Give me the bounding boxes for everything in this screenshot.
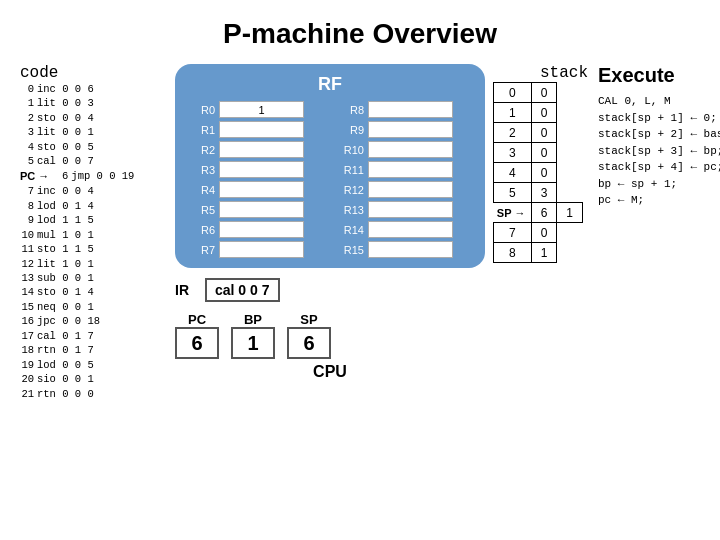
code-line-number: 20: [20, 372, 34, 386]
code-section: code 0inc 0 0 61lit 0 0 32sto 0 0 43lit …: [20, 64, 175, 401]
code-row: 1lit 0 0 3: [20, 96, 175, 110]
rf-reg-label: R11: [338, 164, 364, 176]
ir-row: IR cal 0 0 7: [175, 278, 485, 302]
ir-label: IR: [175, 282, 199, 298]
bp-col: BP 1: [231, 312, 275, 359]
cpu-section: RF R01R8R1R9R2R10R3R11R4R12R5R13R6R14R7R…: [175, 64, 485, 401]
execute-line: stack[sp + 3] ← bp;: [598, 143, 720, 160]
code-row: 0inc 0 0 6: [20, 82, 175, 96]
code-row: 10mul 1 0 1: [20, 228, 175, 242]
execute-line: stack[sp + 4] ← pc;: [598, 159, 720, 176]
rf-row-left: R01: [189, 101, 322, 118]
code-line-number: 5: [20, 154, 34, 168]
code-row: 8lod 0 1 4: [20, 199, 175, 213]
stack-value: 0: [531, 83, 557, 103]
code-line-number: 16: [20, 314, 34, 328]
rf-reg-label: R7: [189, 244, 215, 256]
sp-col-label: SP: [300, 312, 317, 327]
rf-reg-label: R5: [189, 204, 215, 216]
stack-section: stack 001020304053SP →617081: [493, 64, 588, 401]
sp-col: SP 6: [287, 312, 331, 359]
rf-row-right: R8: [338, 101, 471, 118]
stack-value: 1: [557, 203, 583, 223]
stack-index: 1: [494, 103, 532, 123]
code-line-number: 0: [20, 82, 34, 96]
stack-row: SP →61: [494, 203, 583, 223]
rf-reg-label: R15: [338, 244, 364, 256]
rf-row-left: R5: [189, 201, 322, 218]
stack-value: 1: [531, 243, 557, 263]
pcbpsp-row: PC 6 BP 1 SP 6: [175, 312, 485, 359]
stack-rows: 001020304053SP →617081: [493, 82, 583, 263]
code-instruction: inc 0 0 6: [37, 82, 137, 96]
stack-row: 40: [494, 163, 583, 183]
code-line-number: 14: [20, 285, 34, 299]
stack-row: 81: [494, 243, 583, 263]
code-instruction: sto 1 1 5: [37, 242, 137, 256]
page-title: P-machine Overview: [0, 0, 720, 60]
code-instruction: lit 0 0 3: [37, 96, 137, 110]
code-line-number: 1: [20, 96, 34, 110]
code-row: PC →6jmp 0 0 19: [20, 169, 175, 184]
rf-reg-box: [219, 201, 304, 218]
code-instruction: sto 0 0 4: [37, 111, 137, 125]
code-row: 12lit 1 0 1: [20, 257, 175, 271]
stack-row: 30: [494, 143, 583, 163]
execute-line: stack[sp + 1] ← 0;: [598, 110, 720, 127]
code-instruction: lit 1 0 1: [37, 257, 137, 271]
rf-reg-label: R4: [189, 184, 215, 196]
rf-reg-label: R10: [338, 144, 364, 156]
code-row: 19lod 0 0 5: [20, 358, 175, 372]
rf-reg-box: [368, 161, 453, 178]
code-line-number: 18: [20, 343, 34, 357]
code-row: 5cal 0 0 7: [20, 154, 175, 168]
cpu-label: CPU: [175, 363, 485, 381]
rf-reg-label: R1: [189, 124, 215, 136]
rf-row-left: R2: [189, 141, 322, 158]
execute-line: pc ← M;: [598, 192, 720, 209]
code-row: 15neq 0 0 1: [20, 300, 175, 314]
rf-reg-label: R3: [189, 164, 215, 176]
rf-row-right: R13: [338, 201, 471, 218]
rf-reg-box: [368, 181, 453, 198]
code-instruction: rtn 0 1 7: [37, 343, 137, 357]
rf-reg-label: R12: [338, 184, 364, 196]
stack-value: 0: [531, 163, 557, 183]
code-row: 7inc 0 0 4: [20, 184, 175, 198]
code-line-number: 3: [20, 125, 34, 139]
rf-reg-box: [219, 121, 304, 138]
code-row: 9lod 1 1 5: [20, 213, 175, 227]
code-line-number: 15: [20, 300, 34, 314]
code-instruction: mul 1 0 1: [37, 228, 137, 242]
code-instruction: sto 0 0 5: [37, 140, 137, 154]
code-instruction: jpc 0 0 18: [37, 314, 137, 328]
code-row: 11sto 1 1 5: [20, 242, 175, 256]
rf-reg-box: 1: [219, 101, 304, 118]
rf-row-left: R7: [189, 241, 322, 258]
code-row: 14sto 0 1 4: [20, 285, 175, 299]
code-line-number: 8: [20, 199, 34, 213]
rf-row-right: R11: [338, 161, 471, 178]
stack-index: 5: [494, 183, 532, 203]
code-table: 0inc 0 0 61lit 0 0 32sto 0 0 43lit 0 0 1…: [20, 82, 175, 401]
rf-row-left: R4: [189, 181, 322, 198]
stack-value: 0: [531, 223, 557, 243]
rf-reg-box: [219, 181, 304, 198]
rf-row-right: R15: [338, 241, 471, 258]
rf-reg-label: R9: [338, 124, 364, 136]
rf-box: RF R01R8R1R9R2R10R3R11R4R12R5R13R6R14R7R…: [175, 64, 485, 268]
code-line-number: 21: [20, 387, 34, 401]
code-instruction: inc 0 0 4: [37, 184, 137, 198]
stack-row: 10: [494, 103, 583, 123]
code-instruction: neq 0 0 1: [37, 300, 137, 314]
stack-value: 0: [531, 143, 557, 163]
stack-value: 0: [531, 123, 557, 143]
rf-row-right: R14: [338, 221, 471, 238]
rf-reg-box: [219, 161, 304, 178]
code-line-number: 9: [20, 213, 34, 227]
code-row: 16jpc 0 0 18: [20, 314, 175, 328]
code-row: 3lit 0 0 1: [20, 125, 175, 139]
execute-line: bp ← sp + 1;: [598, 176, 720, 193]
stack-index: 6: [531, 203, 557, 223]
rf-reg-box: [368, 101, 453, 118]
